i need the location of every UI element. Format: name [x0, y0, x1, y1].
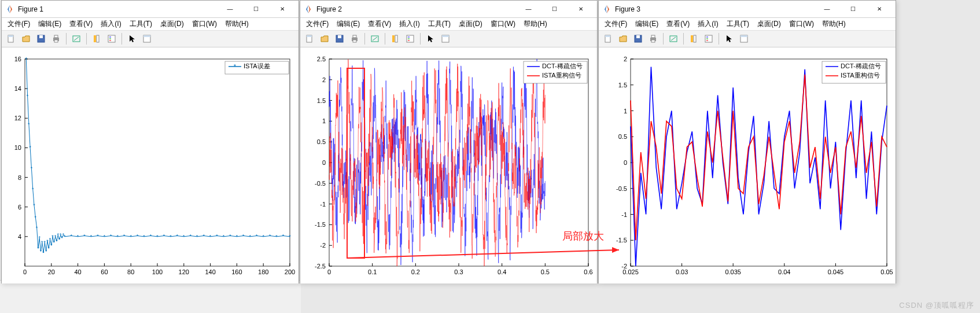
menu-desktop[interactable]: 桌面(D) — [157, 18, 187, 30]
link-button[interactable] — [368, 32, 382, 46]
close-button[interactable]: ✕ — [269, 1, 295, 17]
svg-text:*: * — [44, 240, 46, 245]
svg-text:100: 100 — [152, 268, 163, 275]
menu-insert[interactable]: 插入(I) — [97, 18, 124, 30]
minimize-button[interactable]: — — [217, 1, 243, 17]
print-button[interactable] — [646, 32, 660, 46]
axes-area[interactable]: 00.10.20.30.40.50.6-2.5-2-1.5-1-0.500.51… — [300, 47, 597, 283]
menu-edit[interactable]: 编辑(E) — [333, 18, 363, 30]
svg-rect-197 — [740, 35, 747, 37]
menu-view[interactable]: 查看(V) — [66, 18, 96, 30]
menu-help[interactable]: 帮助(H) — [819, 18, 849, 30]
save-button[interactable] — [34, 32, 48, 46]
menu-help[interactable]: 帮助(H) — [222, 18, 252, 30]
svg-text:*: * — [50, 242, 53, 248]
menu-file[interactable]: 文件(F) — [4, 18, 34, 30]
close-button[interactable]: ✕ — [568, 1, 594, 17]
open-button[interactable] — [19, 32, 33, 46]
svg-rect-127 — [353, 35, 356, 38]
titlebar[interactable]: Figure 1 — ☐ ✕ — [2, 1, 299, 18]
svg-rect-3 — [39, 35, 43, 38]
open-button[interactable] — [318, 32, 331, 46]
svg-text:-1.5: -1.5 — [616, 237, 627, 244]
svg-text:0.4: 0.4 — [498, 268, 506, 275]
svg-text:0.04: 0.04 — [778, 268, 790, 275]
menu-desktop[interactable]: 桌面(D) — [754, 18, 784, 30]
colorbar-icon — [92, 34, 101, 43]
minimize-button[interactable]: — — [814, 1, 840, 17]
svg-text:ISTA误差: ISTA误差 — [244, 62, 270, 69]
edit-plot-button[interactable] — [722, 32, 736, 46]
save-icon — [36, 34, 46, 43]
plot-2: 00.10.20.30.40.50.6-2.5-2-1.5-1-0.500.51… — [300, 47, 597, 283]
new-figure-button[interactable] — [303, 32, 316, 46]
menu-desktop[interactable]: 桌面(D) — [455, 18, 486, 30]
menu-file[interactable]: 文件(F) — [601, 18, 631, 30]
svg-rect-10 — [97, 35, 99, 42]
svg-text:20: 20 — [48, 268, 55, 275]
titlebar[interactable]: Figure 3 — ☐ ✕ — [599, 1, 896, 18]
menu-edit[interactable]: 编辑(E) — [632, 18, 662, 30]
insert-legend-button[interactable] — [702, 32, 716, 46]
svg-text:1: 1 — [322, 117, 326, 124]
new-figure-button[interactable] — [601, 32, 615, 46]
edit-plot-button[interactable] — [423, 32, 437, 46]
svg-text:80: 80 — [127, 268, 134, 275]
menu-tools[interactable]: 工具(T) — [126, 18, 156, 30]
svg-text:-0.5: -0.5 — [315, 180, 326, 187]
svg-text:0.03: 0.03 — [676, 268, 688, 275]
menu-tools[interactable]: 工具(T) — [425, 18, 454, 30]
menu-insert[interactable]: 插入(I) — [396, 18, 423, 30]
figure-window-1: Figure 1 — ☐ ✕ 文件(F) 编辑(E) 查看(V) 插入(I) 工… — [1, 0, 299, 283]
edit-plot-button[interactable] — [125, 32, 139, 46]
link-button[interactable] — [69, 32, 83, 46]
print-button[interactable] — [49, 32, 63, 46]
svg-text:*: * — [130, 234, 132, 240]
axes-area[interactable]: 0.0250.030.0350.040.0450.05-2-1.5-1-0.50… — [599, 47, 896, 283]
window-title: Figure 1 — [18, 5, 43, 13]
menu-help[interactable]: 帮助(H) — [520, 18, 551, 30]
new-figure-button[interactable] — [4, 32, 18, 46]
save-button[interactable] — [333, 32, 347, 46]
svg-text:*: * — [234, 63, 237, 70]
menu-edit[interactable]: 编辑(E) — [35, 18, 65, 30]
insert-legend-button[interactable] — [105, 32, 119, 46]
svg-text:-1: -1 — [621, 211, 627, 218]
menu-tools[interactable]: 工具(T) — [723, 18, 753, 30]
axes-area[interactable]: 02040608010012014016018020046810121416**… — [2, 47, 299, 283]
open-property-inspector-button[interactable] — [140, 32, 154, 46]
svg-text:140: 140 — [205, 268, 215, 275]
svg-line-130 — [373, 37, 377, 40]
save-button[interactable] — [631, 32, 645, 46]
menu-file[interactable]: 文件(F) — [303, 18, 332, 30]
titlebar[interactable]: Figure 2 — ☐ ✕ — [300, 1, 597, 18]
insert-colorbar-button[interactable] — [687, 32, 701, 46]
insert-colorbar-button[interactable] — [90, 32, 104, 46]
maximize-button[interactable]: ☐ — [243, 1, 269, 17]
minimize-button[interactable]: — — [515, 1, 541, 17]
svg-rect-16 — [143, 35, 150, 37]
menu-window[interactable]: 窗口(W) — [487, 18, 519, 30]
svg-rect-123 — [307, 35, 312, 37]
svg-text:*: * — [51, 234, 54, 240]
svg-text:*: * — [117, 234, 119, 240]
maximize-button[interactable]: ☐ — [840, 1, 866, 17]
open-property-inspector-button[interactable] — [737, 32, 751, 46]
svg-text:*: * — [143, 234, 145, 240]
maximize-button[interactable]: ☐ — [541, 1, 568, 17]
open-button[interactable] — [616, 32, 630, 46]
insert-legend-button[interactable] — [403, 32, 417, 46]
matlab-icon — [304, 5, 313, 14]
link-button[interactable] — [666, 32, 680, 46]
menu-insert[interactable]: 插入(I) — [694, 18, 721, 30]
menu-view[interactable]: 查看(V) — [663, 18, 693, 30]
menu-window[interactable]: 窗口(W) — [786, 18, 817, 30]
svg-text:*: * — [163, 233, 165, 239]
insert-colorbar-button[interactable] — [388, 32, 402, 46]
print-button[interactable] — [348, 32, 362, 46]
menu-view[interactable]: 查看(V) — [364, 18, 395, 30]
close-button[interactable]: ✕ — [866, 1, 892, 17]
open-property-inspector-button[interactable] — [439, 32, 452, 46]
menu-window[interactable]: 窗口(W) — [189, 18, 220, 30]
svg-rect-198 — [631, 59, 887, 266]
